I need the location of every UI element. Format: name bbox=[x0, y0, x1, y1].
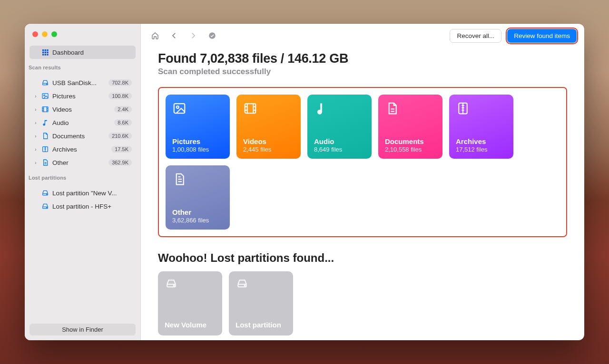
svg-rect-7 bbox=[45, 54, 46, 55]
page-subtitle: Scan completed successfully bbox=[158, 67, 567, 77]
home-icon bbox=[151, 31, 159, 40]
sidebar-item-count: 100.8K bbox=[108, 93, 132, 99]
sidebar-item-count: 2.4K bbox=[114, 106, 132, 113]
partition-card[interactable]: New Volume bbox=[158, 271, 222, 335]
svg-rect-1 bbox=[45, 49, 46, 51]
sidebar-item-count: 362.9K bbox=[108, 159, 132, 166]
sidebar-item-label: Pictures bbox=[52, 93, 106, 100]
sidebar: Dashboard Scan results USB SanDisk... 70… bbox=[25, 24, 141, 340]
sidebar-item-other[interactable]: › Other 362.9K bbox=[29, 156, 136, 169]
card-other[interactable]: Other 3,62,866 files bbox=[166, 165, 230, 230]
image-icon bbox=[172, 101, 223, 117]
chevron-right-icon[interactable]: › bbox=[33, 94, 38, 99]
chevron-right-icon[interactable]: › bbox=[33, 134, 38, 139]
chevron-right-icon[interactable]: › bbox=[33, 147, 38, 152]
drive-icon bbox=[165, 278, 216, 290]
sidebar-item-drive[interactable]: USB SanDisk... 702.8K bbox=[29, 76, 136, 89]
sidebar-item-videos[interactable]: › Videos 2.4K bbox=[29, 103, 136, 116]
home-button[interactable] bbox=[148, 29, 162, 42]
card-pictures[interactable]: Pictures 1,00,808 files bbox=[166, 95, 230, 159]
sidebar-item-pictures[interactable]: › Pictures 100.8K bbox=[29, 89, 136, 103]
partition-card-title: New Volume bbox=[165, 321, 216, 329]
drive-icon bbox=[41, 202, 49, 211]
sidebar-item-lost-partition[interactable]: Lost partition - HFS+ bbox=[29, 200, 136, 213]
svg-rect-4 bbox=[45, 52, 46, 53]
svg-rect-3 bbox=[42, 52, 44, 53]
page-title: Found 7,02,838 files / 146.12 GB bbox=[158, 51, 567, 66]
svg-point-16 bbox=[47, 194, 47, 194]
sidebar-item-archives[interactable]: › Archives 17.5K bbox=[29, 143, 136, 156]
sidebar-item-label: Lost partition - HFS+ bbox=[52, 203, 132, 210]
svg-point-12 bbox=[44, 95, 45, 96]
svg-rect-13 bbox=[42, 107, 48, 112]
chevron-right-icon[interactable]: › bbox=[33, 120, 38, 125]
drive-icon bbox=[41, 78, 49, 87]
close-window-button[interactable] bbox=[32, 31, 38, 37]
sidebar-item-documents[interactable]: › Documents 210.6K bbox=[29, 129, 136, 143]
window-controls bbox=[25, 29, 140, 43]
card-title: Archives bbox=[456, 137, 507, 145]
recover-all-button[interactable]: Recover all... bbox=[450, 29, 501, 43]
svg-point-27 bbox=[245, 285, 246, 286]
sidebar-item-label: Videos bbox=[52, 106, 111, 113]
chevron-right-icon[interactable]: › bbox=[33, 107, 38, 112]
card-title: Audio bbox=[314, 137, 365, 145]
card-videos[interactable]: Videos 2,445 files bbox=[236, 95, 301, 159]
archive-icon bbox=[41, 145, 49, 153]
svg-rect-11 bbox=[42, 94, 48, 99]
grid-icon bbox=[41, 48, 49, 57]
card-meta: 1,00,808 files bbox=[172, 146, 223, 153]
app-window: Dashboard Scan results USB SanDisk... 70… bbox=[25, 24, 584, 340]
review-found-items-button[interactable]: Review found items bbox=[507, 29, 577, 43]
sidebar-item-audio[interactable]: › Audio 8.6K bbox=[29, 116, 136, 129]
sidebar-item-label: USB SanDisk... bbox=[52, 79, 106, 86]
sidebar-item-dashboard[interactable]: Dashboard bbox=[29, 46, 136, 59]
svg-rect-8 bbox=[47, 54, 48, 55]
card-meta: 3,62,866 files bbox=[172, 217, 223, 224]
sidebar-section-header-scan: Scan results bbox=[25, 61, 140, 73]
card-title: Pictures bbox=[172, 137, 223, 145]
card-meta: 2,445 files bbox=[243, 146, 294, 153]
status-button[interactable] bbox=[206, 29, 219, 42]
archive-icon bbox=[456, 101, 507, 117]
card-documents[interactable]: Documents 2,10,558 files bbox=[378, 95, 442, 159]
svg-rect-6 bbox=[42, 54, 44, 55]
sidebar-item-count: 8.6K bbox=[114, 119, 132, 126]
image-icon bbox=[41, 92, 49, 100]
content-area[interactable]: Found 7,02,838 files / 146.12 GB Scan co… bbox=[141, 48, 584, 340]
chevron-right-icon[interactable]: › bbox=[33, 160, 38, 165]
maximize-window-button[interactable] bbox=[51, 31, 57, 37]
desktop-background: Dashboard Scan results USB SanDisk... 70… bbox=[0, 0, 609, 364]
film-icon bbox=[41, 105, 49, 114]
partitions-section-title: Woohoo! Lost partitions found... bbox=[158, 251, 567, 265]
forward-button[interactable] bbox=[187, 29, 200, 42]
music-note-icon bbox=[314, 101, 365, 117]
minimize-window-button[interactable] bbox=[42, 31, 48, 37]
back-button[interactable] bbox=[167, 29, 181, 42]
sidebar-item-label: Other bbox=[52, 159, 106, 166]
card-meta: 8,649 files bbox=[314, 146, 365, 153]
card-archives[interactable]: Archives 17,512 files bbox=[449, 95, 513, 159]
card-meta: 2,10,558 files bbox=[385, 146, 436, 153]
sidebar-item-label: Archives bbox=[52, 146, 108, 153]
svg-rect-0 bbox=[42, 49, 44, 51]
sidebar-item-count: 17.5K bbox=[111, 146, 132, 153]
svg-rect-2 bbox=[47, 49, 48, 51]
show-in-finder-button[interactable]: Show in Finder bbox=[29, 324, 136, 335]
sidebar-item-lost-partition[interactable]: Lost partition "New V... bbox=[29, 186, 136, 200]
card-title: Videos bbox=[243, 137, 294, 145]
partition-card[interactable]: Lost partition bbox=[229, 271, 293, 335]
svg-point-10 bbox=[47, 84, 47, 84]
card-title: Documents bbox=[385, 137, 436, 145]
svg-rect-20 bbox=[174, 104, 185, 113]
sidebar-section-header-partitions: Lost partitions bbox=[25, 171, 140, 183]
toolbar: Recover all... Review found items bbox=[141, 24, 584, 48]
sidebar-item-count: 702.8K bbox=[108, 79, 132, 86]
card-title: Other bbox=[172, 208, 223, 216]
partition-card-title: Lost partition bbox=[236, 321, 286, 329]
drive-icon bbox=[236, 278, 286, 290]
music-note-icon bbox=[41, 118, 49, 127]
card-audio[interactable]: Audio 8,649 files bbox=[307, 95, 372, 159]
main-panel: Recover all... Review found items Found … bbox=[141, 24, 584, 340]
svg-point-18 bbox=[47, 207, 47, 208]
